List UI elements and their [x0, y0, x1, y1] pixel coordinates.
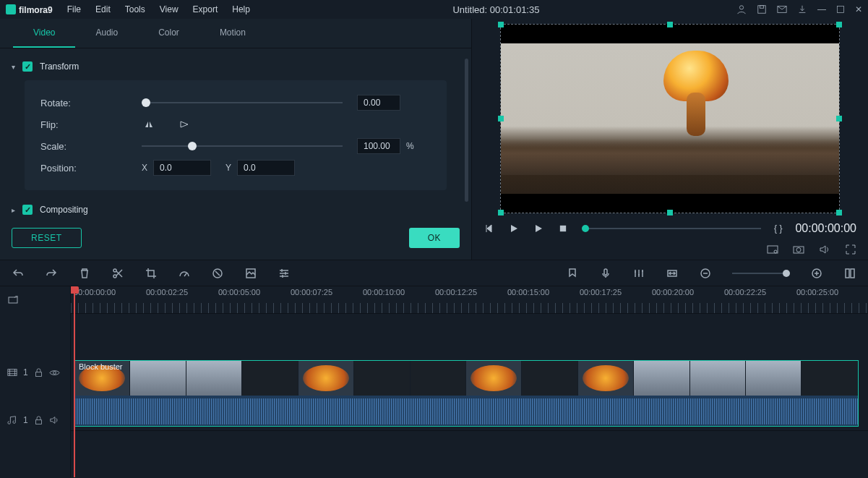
save-icon[interactable]: [757, 4, 767, 14]
play-all-button[interactable]: [533, 223, 544, 234]
chevron-right-icon[interactable]: ▸: [12, 206, 15, 214]
resize-handle[interactable]: [836, 116, 842, 121]
ruler-mark: 00:00:12:25: [435, 288, 477, 296]
panel-scrollbar[interactable]: [465, 59, 468, 202]
zoom-slider[interactable]: [732, 273, 790, 274]
timeline-body[interactable]: 00:00:00:00 00:00:02:25 00:00:05:00 00:0…: [71, 286, 868, 477]
menu-view[interactable]: View: [154, 1, 184, 17]
scale-field[interactable]: 100.00: [357, 138, 400, 154]
pos-y-field[interactable]: 0.0: [237, 160, 295, 176]
preview-settings-icon[interactable]: [767, 244, 778, 255]
add-track-button[interactable]: [7, 294, 19, 306]
tab-audio[interactable]: Audio: [75, 19, 138, 48]
play-button[interactable]: [508, 223, 520, 234]
resize-handle[interactable]: [667, 22, 673, 27]
redo-button[interactable]: [45, 267, 58, 280]
video-track-head: 1: [0, 353, 70, 392]
undo-button[interactable]: [12, 267, 25, 280]
svg-point-7: [774, 250, 777, 253]
tab-motion[interactable]: Motion: [199, 19, 266, 48]
crop-button[interactable]: [145, 267, 158, 280]
chevron-down-icon[interactable]: ▾: [12, 63, 15, 71]
resize-handle[interactable]: [667, 210, 673, 215]
ruler-mark: 00:00:07:25: [291, 288, 332, 296]
svg-point-11: [113, 275, 116, 278]
titlebar: filmora9 File Edit Tools View Export Hel…: [0, 0, 868, 19]
scale-slider[interactable]: [142, 141, 343, 151]
ruler-mark: 00:00:02:25: [146, 288, 188, 296]
preview-panel: { } 00:00:00:00: [472, 19, 868, 260]
rotate-label: Rotate:: [40, 98, 142, 108]
flip-vertical-button[interactable]: [178, 117, 192, 132]
menu-tools[interactable]: Tools: [119, 1, 151, 17]
compositing-checkbox[interactable]: ✓: [22, 205, 33, 215]
record-vo-button[interactable]: [599, 267, 612, 280]
timeline-ruler[interactable]: 00:00:00:00 00:00:02:25 00:00:05:00 00:0…: [71, 286, 868, 314]
fit-button[interactable]: [666, 267, 679, 280]
track-manager-button[interactable]: [843, 267, 856, 280]
prev-frame-button[interactable]: [484, 223, 495, 234]
marker-button[interactable]: [566, 267, 579, 280]
flip-label: Flip:: [40, 119, 142, 130]
delete-button[interactable]: [78, 267, 91, 280]
snapshot-icon[interactable]: [793, 244, 804, 255]
resize-handle[interactable]: [498, 116, 504, 121]
resize-handle[interactable]: [836, 210, 842, 215]
minimize-icon[interactable]: —: [817, 4, 826, 14]
marker-braces[interactable]: { }: [774, 223, 782, 234]
rotate-slider[interactable]: [142, 98, 343, 108]
main-menu: File Edit Tools View Export Help: [61, 1, 256, 17]
mail-icon[interactable]: [777, 4, 787, 14]
greenscreen-button[interactable]: [244, 267, 257, 280]
account-icon[interactable]: [736, 4, 747, 14]
rotate-field[interactable]: 0.00: [357, 95, 400, 111]
preview-tools: [479, 239, 861, 260]
progress-bar[interactable]: [582, 228, 761, 229]
ruler-mark: 00:00:22:25: [724, 288, 766, 296]
fullscreen-icon[interactable]: [845, 244, 856, 255]
download-icon[interactable]: [797, 4, 807, 14]
ruler-mark: 00:00:10:00: [363, 288, 405, 296]
video-track[interactable]: Block buster: [71, 353, 868, 431]
mixer-button[interactable]: [632, 267, 645, 280]
video-clip[interactable]: Block buster: [74, 360, 859, 427]
stop-button[interactable]: [557, 223, 569, 234]
compositing-header[interactable]: ▸ ✓ Compositing: [9, 200, 465, 219]
maximize-icon[interactable]: [836, 5, 845, 14]
ruler-mark: 00:00:20:00: [652, 288, 694, 296]
flip-horizontal-button[interactable]: [142, 117, 156, 132]
zoom-out-button[interactable]: [699, 267, 712, 280]
reset-button[interactable]: RESET: [12, 228, 82, 248]
track-visibility-button[interactable]: [49, 367, 60, 378]
resize-handle[interactable]: [836, 22, 842, 27]
menu-help[interactable]: Help: [226, 1, 256, 17]
playhead[interactable]: [74, 286, 75, 477]
preview-canvas[interactable]: [500, 24, 840, 213]
add-track-row: [0, 286, 70, 314]
track-lock-button[interactable]: [34, 416, 43, 425]
pos-x-field[interactable]: 0.0: [153, 160, 211, 176]
ok-button[interactable]: OK: [409, 228, 460, 248]
volume-icon[interactable]: [819, 244, 830, 255]
transform-checkbox[interactable]: ✓: [22, 61, 33, 72]
close-icon[interactable]: ✕: [855, 4, 862, 14]
split-button[interactable]: [111, 267, 124, 280]
resize-handle[interactable]: [498, 210, 504, 215]
svg-point-23: [53, 371, 56, 374]
tab-color[interactable]: Color: [138, 19, 199, 48]
track-lock-button[interactable]: [34, 368, 43, 377]
menu-edit[interactable]: Edit: [90, 1, 116, 17]
color-button[interactable]: [211, 267, 224, 280]
menu-export[interactable]: Export: [187, 1, 224, 17]
zoom-in-button[interactable]: [810, 267, 823, 280]
svg-point-0: [739, 6, 743, 9]
resize-handle[interactable]: [498, 22, 504, 27]
audio-track[interactable]: [71, 431, 868, 458]
speed-button[interactable]: [178, 267, 191, 280]
transform-header[interactable]: ▾ ✓ Transform: [9, 57, 465, 76]
menu-file[interactable]: File: [61, 1, 87, 17]
tab-video[interactable]: Video: [13, 19, 75, 48]
svg-point-9: [796, 248, 801, 252]
track-mute-button[interactable]: [49, 415, 59, 425]
adjust-button[interactable]: [278, 267, 291, 280]
